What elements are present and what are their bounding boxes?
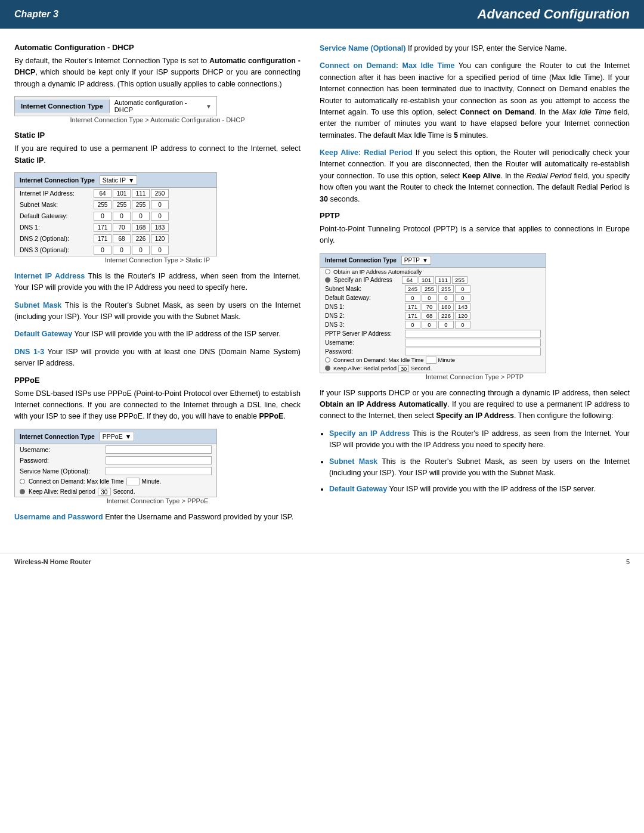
pptp-cod-radio[interactable]: [325, 357, 330, 363]
pptp-dns2-2[interactable]: 68: [422, 312, 437, 320]
subnet-octet-4[interactable]: 0: [151, 200, 169, 209]
pptp-subnet-2[interactable]: 255: [422, 285, 437, 293]
dhcp-box-label: Internet Connection Type: [15, 100, 110, 113]
pppoe-radio1-input[interactable]: [126, 478, 140, 485]
pppoe-type-select[interactable]: PPPoE ▼: [100, 432, 134, 441]
page-title: Advanced Configuration: [478, 7, 630, 22]
dns1-octet-3[interactable]: 168: [132, 223, 150, 232]
pptp-dns2-1[interactable]: 171: [405, 312, 420, 320]
dhcp-box-select[interactable]: Automatic configuration - DHCP ▼: [110, 97, 216, 116]
pptp-username-input[interactable]: [405, 339, 541, 346]
pptp-username-row: Username:: [320, 338, 546, 347]
pptp-dns2-3[interactable]: 226: [438, 312, 454, 320]
left-column: Automatic Configuration - DHCP By defaul…: [14, 43, 301, 529]
gateway-octet-3[interactable]: 0: [132, 212, 150, 221]
pptp-specify-radio[interactable]: [325, 277, 330, 283]
pptp-dns1-2[interactable]: 70: [422, 303, 437, 311]
pptp-type-arrow: ▼: [422, 257, 428, 264]
static-ip-type-select[interactable]: Static IP ▼: [100, 175, 138, 185]
pptp-password-input[interactable]: [405, 348, 541, 355]
pptp-subnet-1[interactable]: 245: [405, 285, 420, 293]
pptp-dns1-3[interactable]: 160: [438, 303, 454, 311]
ip-label-gateway: Default Gateway:: [20, 212, 91, 219]
pptp-ip-octet-1[interactable]: 64: [402, 276, 417, 284]
pptp-dns3-1[interactable]: 0: [405, 321, 420, 329]
dns1-octet-4[interactable]: 183: [151, 223, 169, 232]
pptp-type-value: PPTP: [404, 257, 420, 264]
pppoe-type-arrow: ▼: [125, 433, 131, 440]
pppoe-radio2-label: Keep Alive: Redial period: [29, 488, 95, 495]
pptp-dns2-label: DNS 2:: [325, 312, 402, 319]
pppoe-radio2-button[interactable]: [20, 489, 25, 494]
pppoe-username-input[interactable]: [106, 445, 212, 454]
pptp-ka-input[interactable]: 30: [398, 365, 409, 372]
label-connect-demand: Connect on Demand: Max Idle Time: [320, 61, 455, 70]
page-header: Chapter 3 Advanced Configuration: [0, 0, 644, 29]
dns2-octet-1[interactable]: 171: [94, 234, 112, 243]
ip-octet-3[interactable]: 111: [132, 189, 150, 198]
pptp-ip-octet-4[interactable]: 255: [452, 276, 467, 284]
heading-pptp: PPTP: [320, 211, 630, 220]
dns3-octet-3[interactable]: 0: [132, 246, 150, 255]
ip-octet-2[interactable]: 101: [113, 189, 131, 198]
chapter-label: Chapter 3: [14, 9, 58, 20]
pptp-type-select[interactable]: PPTP ▼: [401, 256, 431, 265]
pptp-subnet-4[interactable]: 0: [455, 285, 470, 293]
subnet-octet-3[interactable]: 255: [132, 200, 150, 209]
pppoe-radio2-input[interactable]: 30: [98, 488, 111, 496]
ip-row-gateway: Default Gateway: 0 0 0 0: [15, 210, 216, 222]
pppoe-password-label: Password:: [20, 457, 103, 464]
pppoe-password-input[interactable]: [106, 456, 212, 465]
pptp-dns3-2[interactable]: 0: [422, 321, 437, 329]
pppoe-service-row: Service Name (Optional):: [15, 466, 216, 476]
pptp-header: Internet Connection Type PPTP ▼: [320, 253, 546, 268]
pptp-gw-2[interactable]: 0: [422, 294, 437, 302]
pptp-gw-4[interactable]: 0: [455, 294, 470, 302]
pptp-dns2-4[interactable]: 120: [455, 312, 470, 320]
label-bullet-specify: Specify an IP Address: [329, 429, 410, 438]
dns2-octet-4[interactable]: 120: [151, 234, 169, 243]
pptp-dns1-1[interactable]: 171: [405, 303, 420, 311]
static-ip-type-arrow: ▼: [128, 176, 134, 184]
pptp-dns3-4[interactable]: 0: [455, 321, 470, 329]
pppoe-radio2-row: Keep Alive: Redial period 30 Second.: [15, 487, 216, 497]
label-dns: DNS 1-3: [14, 348, 44, 356]
dns3-octet-4[interactable]: 0: [151, 246, 169, 255]
pppoe-username-label: Username:: [20, 446, 103, 453]
pptp-ka-row: Keep Alive: Redial period 30 Second.: [320, 364, 546, 373]
subnet-octet-1[interactable]: 255: [94, 200, 112, 209]
pptp-ip-octet-3[interactable]: 111: [435, 276, 451, 284]
dns1-octet-2[interactable]: 70: [113, 223, 131, 232]
pptp-dns3-label: DNS 3:: [325, 321, 402, 328]
para-dns: DNS 1-3 Your ISP will provide you with a…: [14, 346, 301, 370]
pptp-gw-3[interactable]: 0: [438, 294, 454, 302]
dns1-octet-1[interactable]: 171: [94, 223, 112, 232]
pptp-ip-octet-2[interactable]: 101: [419, 276, 434, 284]
ip-octet-1[interactable]: 64: [94, 189, 112, 198]
dns2-octet-3[interactable]: 226: [132, 234, 150, 243]
pptp-ka-radio[interactable]: [325, 366, 330, 371]
pppoe-service-input[interactable]: [106, 467, 212, 475]
pptp-dns1-4[interactable]: 143: [455, 303, 470, 311]
gateway-octet-4[interactable]: 0: [151, 212, 169, 221]
pptp-subnet-3[interactable]: 255: [438, 285, 454, 293]
pptp-cod-input[interactable]: [426, 357, 436, 364]
gateway-octet-2[interactable]: 0: [113, 212, 131, 221]
ip-label-internet: Internet IP Address:: [20, 190, 91, 197]
section-pptp: PPTP Point-to-Point Tunneling Protocol (…: [320, 211, 630, 380]
pppoe-radio1-button[interactable]: [20, 479, 25, 484]
dns2-octet-2[interactable]: 68: [113, 234, 131, 243]
dns3-octet-1[interactable]: 0: [94, 246, 112, 255]
subnet-octet-2[interactable]: 255: [113, 200, 131, 209]
ip-octet-4[interactable]: 250: [151, 189, 169, 198]
pptp-specify-row: Specify an IP Address 64 101 111 255: [320, 275, 546, 284]
ip-row-dns3: DNS 3 (Optional): 0 0 0 0: [15, 244, 216, 256]
dns3-octet-2[interactable]: 0: [113, 246, 131, 255]
pptp-gw-1[interactable]: 0: [405, 294, 420, 302]
pptp-server-input[interactable]: [405, 330, 541, 337]
pptp-obtain-radio[interactable]: [325, 269, 330, 274]
pptp-dns3-3[interactable]: 0: [438, 321, 454, 329]
static-ip-caption: Internet Connection Type > Static IP: [14, 256, 301, 264]
gateway-octet-1[interactable]: 0: [94, 212, 112, 221]
pppoe-screenshot: Internet Connection Type PPPoE ▼ Usernam…: [14, 429, 217, 497]
